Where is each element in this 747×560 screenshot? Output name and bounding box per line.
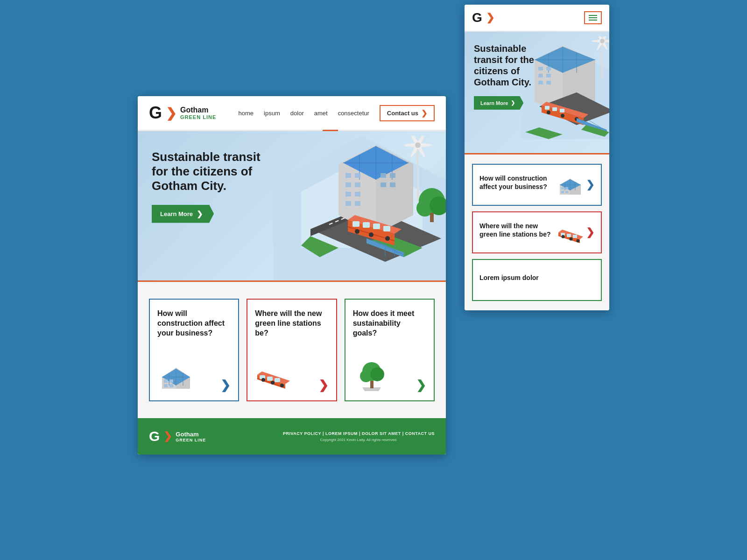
hero-text: Sustainable transit for the citizens of … (152, 150, 273, 223)
svg-rect-45 (363, 222, 370, 228)
card-construction-arrow-icon: ❯ (220, 379, 231, 391)
logo[interactable]: G ❯ Gotham GREEN LINE (149, 105, 216, 121)
mobile-building-icon (557, 173, 583, 196)
mobile-card-construction-left: How will construction affect your busine… (479, 174, 557, 196)
mobile-card-stations-title: Where will the new green line stations b… (479, 222, 557, 238)
svg-point-97 (600, 39, 605, 43)
mobile-card-lorem[interactable]: Lorem ipsum dolor (472, 259, 602, 301)
svg-point-72 (280, 384, 284, 387)
nav-dolor[interactable]: dolor (290, 110, 304, 117)
svg-point-131 (570, 238, 573, 241)
svg-rect-68 (275, 378, 280, 382)
svg-rect-67 (267, 377, 273, 381)
logo-arrow-icon: ❯ (166, 105, 176, 121)
svg-rect-15 (355, 173, 360, 178)
svg-rect-17 (355, 182, 360, 187)
card-stations-arrow-icon: ❯ (318, 379, 329, 391)
nav-home[interactable]: home (239, 110, 254, 117)
svg-rect-101 (545, 106, 550, 110)
svg-rect-122 (561, 191, 564, 193)
card-sustainability-arrow-icon: ❯ (416, 379, 426, 391)
svg-rect-120 (561, 187, 564, 189)
learn-more-label: Learn More (160, 210, 193, 217)
mobile-card-stations-left: Where will the new green line stations b… (479, 222, 557, 243)
footer-logo: G ❯ Gotham GREEN LINE (149, 428, 206, 444)
svg-point-75 (370, 367, 384, 381)
hamburger-line-2 (589, 17, 597, 18)
hero-title: Sustainable transit for the citizens of … (152, 150, 273, 194)
desktop-footer: G ❯ Gotham GREEN LINE PRIVACY POLICY | L… (138, 418, 446, 455)
svg-point-50 (369, 232, 374, 237)
mobile-card-stations-arrow-icon: ❯ (586, 226, 594, 238)
svg-point-51 (385, 236, 390, 241)
svg-rect-121 (565, 187, 568, 189)
footer-copyright: Copyright 2021 Kevin Laity. All rights r… (283, 438, 435, 442)
svg-rect-24 (381, 182, 386, 187)
svg-marker-77 (362, 387, 381, 391)
mobile-card-lorem-title: Lorem ipsum dolor (479, 273, 594, 282)
footer-logo-letter: G (149, 428, 160, 444)
contact-us-button[interactable]: Contact us ❯ (380, 105, 435, 121)
hamburger-line-3 (589, 20, 597, 21)
svg-rect-128 (573, 235, 577, 238)
mobile-card-construction-title: How will construction affect your busine… (479, 174, 557, 191)
svg-rect-63 (169, 384, 173, 387)
svg-point-70 (261, 378, 265, 382)
nav-consectetur[interactable]: consectetur (338, 110, 369, 117)
building-icon (157, 358, 195, 391)
train-icon (255, 358, 292, 391)
svg-rect-16 (345, 182, 351, 187)
card-stations[interactable]: Where will the new green line stations b… (247, 299, 337, 401)
card-sustainability-title: How does it meet sustainability goals? (353, 309, 426, 338)
contact-label: Contact us (387, 110, 418, 117)
desktop-nav: G ❯ Gotham GREEN LINE home ipsum dolor a… (138, 96, 446, 131)
svg-point-132 (577, 239, 580, 243)
mobile-logo-arrow-icon: ❯ (486, 12, 494, 24)
card-stations-bottom: ❯ (255, 358, 328, 391)
svg-rect-34 (430, 213, 434, 222)
card-construction[interactable]: How will construction affect your busine… (149, 299, 239, 401)
mobile-logo[interactable]: G ❯ (472, 11, 494, 24)
svg-rect-88 (546, 67, 551, 70)
mobile-card-stations[interactable]: Where will the new green line stations b… (472, 211, 602, 253)
svg-rect-25 (390, 182, 395, 187)
mobile-learn-arrow-icon: ❯ (511, 100, 515, 106)
nav-amet[interactable]: amet (314, 110, 328, 117)
brand-name: Gotham (180, 106, 216, 114)
svg-rect-127 (567, 234, 571, 237)
cards-section: How will construction affect your busine… (138, 282, 446, 418)
svg-point-130 (562, 235, 565, 238)
nav-ipsum[interactable]: ipsum (264, 110, 280, 117)
footer-brand-name: Gotham (176, 431, 206, 438)
nav-links: home ipsum dolor amet consectetur Contac… (239, 105, 435, 121)
svg-rect-62 (164, 384, 168, 387)
footer-links-area: PRIVACY POLICY | LOREM IPSUM | DOLOR SIT… (283, 431, 435, 442)
svg-rect-22 (381, 173, 386, 178)
mobile-logo-letter: G (472, 11, 482, 24)
svg-rect-61 (169, 379, 173, 383)
svg-point-71 (271, 381, 275, 385)
svg-rect-18 (345, 192, 351, 196)
mobile-card-lorem-left: Lorem ipsum dolor (479, 273, 594, 287)
card-sustainability[interactable]: How does it meet sustainability goals? ❯ (345, 299, 435, 401)
mobile-hero-text: Sustainable transit for the citizens of … (474, 43, 543, 146)
svg-rect-60 (164, 379, 168, 383)
svg-rect-44 (352, 221, 359, 227)
footer-brand-line: GREEN LINE (176, 438, 206, 442)
logo-letter: G (149, 105, 162, 121)
svg-rect-76 (370, 381, 374, 388)
hero-illustration (273, 136, 446, 280)
hamburger-menu-button[interactable] (584, 11, 602, 24)
brand-line: GREEN LINE (180, 114, 216, 120)
svg-rect-14 (345, 173, 351, 178)
svg-rect-19 (355, 192, 360, 196)
svg-rect-123 (565, 191, 568, 193)
svg-point-49 (355, 229, 359, 234)
contact-arrow-icon: ❯ (421, 109, 427, 118)
logo-text: Gotham GREEN LINE (180, 106, 216, 120)
mobile-learn-more-button[interactable]: Learn More ❯ (474, 96, 523, 110)
learn-more-button[interactable]: Learn More ❯ (152, 205, 214, 223)
mobile-train-icon (557, 221, 583, 244)
mobile-card-construction[interactable]: How will construction affect your busine… (472, 164, 602, 206)
svg-rect-90 (546, 74, 551, 77)
